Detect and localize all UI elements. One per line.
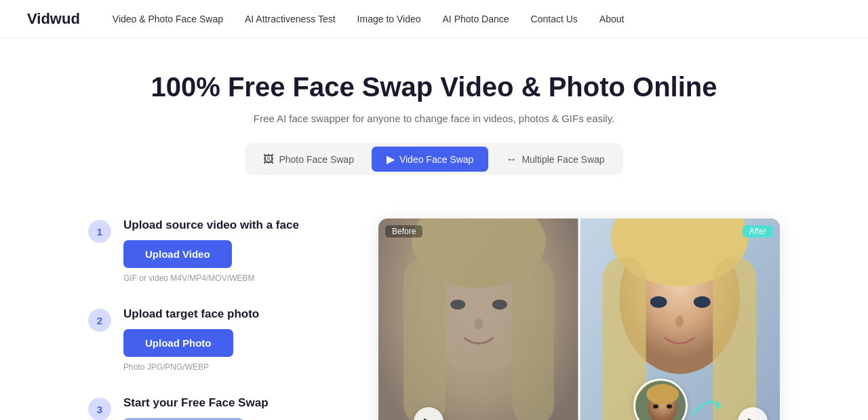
step-1-label: Upload source video with a face <box>123 218 346 232</box>
photo-icon: 🖼 <box>263 153 274 166</box>
step-3: 3 Start your Free Face Swap Swap Face No… <box>88 396 346 420</box>
preview-panel: Before <box>378 218 780 420</box>
tab-video-label: Video Face Swap <box>399 154 473 165</box>
face-source-overlay <box>633 379 726 420</box>
svg-point-19 <box>646 384 679 404</box>
step-3-body: Start your Free Face Swap Swap Face Now <box>123 396 346 420</box>
step-3-label: Start your Free Face Swap <box>123 396 346 410</box>
before-label: Before <box>385 225 422 237</box>
step-1-number: 1 <box>88 220 111 243</box>
step-2-number: 2 <box>88 309 111 332</box>
nav-link-ai-attractiveness-test[interactable]: AI Attractiveness Test <box>245 14 336 24</box>
before-image <box>378 218 579 420</box>
tab-photo-label: Photo Face Swap <box>279 154 354 165</box>
steps-panel: 1 Upload source video with a face Upload… <box>88 218 346 420</box>
step-1-body: Upload source video with a face Upload V… <box>123 218 346 283</box>
source-face-circle <box>633 379 688 420</box>
nav-links: Video & Photo Face Swap AI Attractivenes… <box>113 14 841 24</box>
divider-line <box>578 218 580 420</box>
logo[interactable]: Vidwud <box>27 10 80 28</box>
arrow-icon <box>690 395 723 417</box>
nav-link-image-to-video[interactable]: Image to Video <box>357 14 421 24</box>
upload-video-button[interactable]: Upload Video <box>123 240 232 268</box>
main-content: 1 Upload source video with a face Upload… <box>61 218 807 420</box>
svg-point-21 <box>667 404 672 408</box>
hero-subtitle: Free AI face swapper for anyone to chang… <box>14 113 854 124</box>
step-1: 1 Upload source video with a face Upload… <box>88 218 346 283</box>
svg-rect-8 <box>378 218 579 420</box>
svg-point-16 <box>675 316 684 327</box>
nav-link-about[interactable]: About <box>599 14 625 24</box>
video-icon: ▶ <box>387 153 395 166</box>
source-face-image <box>635 381 688 420</box>
step-3-number: 3 <box>88 398 111 420</box>
step-2: 2 Upload target face photo Upload Photo … <box>88 307 346 372</box>
preview-wrap: Before <box>378 218 780 420</box>
svg-point-14 <box>650 297 667 308</box>
svg-point-15 <box>694 297 711 308</box>
after-label: After <box>743 225 773 237</box>
multiple-icon: ↔ <box>506 153 517 166</box>
svg-point-20 <box>653 404 658 408</box>
tab-video-face-swap[interactable]: ▶ Video Face Swap <box>372 147 488 172</box>
step-2-body: Upload target face photo Upload Photo Ph… <box>123 307 346 372</box>
tab-multiple-label: Multiple Face Swap <box>521 154 604 165</box>
preview-before: Before <box>378 218 579 420</box>
upload-photo-button[interactable]: Upload Photo <box>123 329 233 357</box>
step-2-hint: Photo JPG/PNG/WEBP <box>123 362 346 372</box>
hero-title: 100% Free Face Swap Video & Photo Online <box>14 71 854 103</box>
nav-link-ai-photo-dance[interactable]: AI Photo Dance <box>443 14 509 24</box>
nav-link-video-photo-face-swap[interactable]: Video & Photo Face Swap <box>113 14 223 24</box>
preview-after: After <box>579 218 780 420</box>
hero-section: 100% Free Face Swap Video & Photo Online… <box>0 38 868 218</box>
swap-arrow <box>690 395 723 417</box>
navbar: Vidwud Video & Photo Face Swap AI Attrac… <box>0 0 868 38</box>
tab-bar: 🖼 Photo Face Swap ▶ Video Face Swap ↔ Mu… <box>245 143 623 175</box>
tab-photo-face-swap[interactable]: 🖼 Photo Face Swap <box>248 147 369 172</box>
step-1-hint: GIF or video M4V/MP4/MOV/WEBM <box>123 273 346 283</box>
nav-link-contact-us[interactable]: Contact Us <box>531 14 578 24</box>
preview-image-row: Before <box>378 218 780 420</box>
tab-multiple-face-swap[interactable]: ↔ Multiple Face Swap <box>491 147 619 172</box>
step-2-label: Upload target face photo <box>123 307 346 321</box>
